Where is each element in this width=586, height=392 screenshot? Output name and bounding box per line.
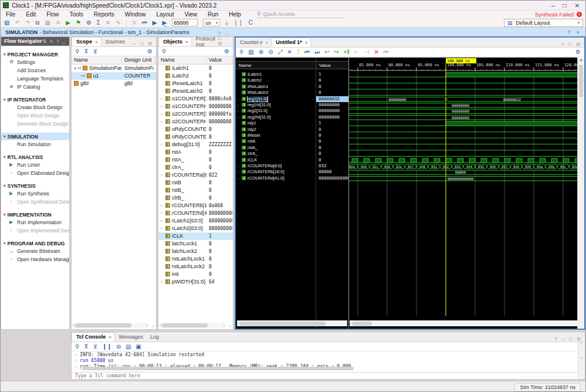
objects-scroll-caret[interactable]: ⌄ <box>228 323 232 328</box>
expand-icon[interactable]: › <box>161 217 165 225</box>
scope-row[interactable]: glblglbl <box>72 80 156 87</box>
expand-icon[interactable]: › <box>161 278 165 286</box>
column-header-name[interactable]: Name <box>158 56 206 64</box>
column-header-design-unit[interactable]: Design Unit <box>122 56 155 64</box>
menu-help[interactable]: Help <box>223 11 246 18</box>
scope-hscrollbar[interactable]: ‹› <box>73 323 148 328</box>
flow-navigator-header-icons[interactable]: ⇅ ¤ ? _ <box>42 37 66 46</box>
object-row[interactable]: ›rLatch1[63:0]0000000000000000 <box>158 217 233 225</box>
close-wave-icon[interactable]: ✕ <box>374 49 378 55</box>
pause-icon[interactable]: ❙❙ <box>233 19 243 27</box>
wave-signal-name[interactable]: ›rCOUNTERd[41:0] <box>236 175 316 181</box>
tab-sources[interactable]: Sources <box>101 37 128 46</box>
tcl-hscrollbar[interactable]: ‹ <box>80 366 573 371</box>
wave-vscrollbar[interactable]: ▲ <box>577 58 584 329</box>
pause-output-icon[interactable]: ❙❙ <box>102 343 112 350</box>
flow-item-generate-bitstream[interactable]: ⚋Generate Bitstream <box>1 247 69 255</box>
expand-icon[interactable]: › <box>161 202 165 209</box>
gear-icon[interactable]: ⚙ <box>575 49 581 55</box>
wave-signal-name[interactable]: ›reg1hi[31:0] <box>236 102 316 108</box>
swap-right-icon[interactable]: ↪ <box>334 49 338 55</box>
object-row[interactable]: oRdyCOUNTER0 <box>158 126 233 133</box>
sim-reset-icon[interactable]: ⤫ <box>132 19 137 27</box>
close-tab-icon[interactable]: × <box>305 40 308 45</box>
zoom-fit-icon[interactable]: ⤢ <box>278 49 283 56</box>
flow-section-synthesis[interactable]: ▾SYNTHESIS <box>1 182 69 190</box>
run-icon[interactable]: ▶ <box>66 19 70 27</box>
objects-hscrollbar[interactable]: ‹› <box>160 323 225 328</box>
object-row[interactable]: iLatch20 <box>158 72 233 80</box>
wave-signal-name[interactable]: rdy2 <box>236 127 316 133</box>
wave-signal-name[interactable]: ›reg2[31:0] <box>236 108 316 114</box>
copy-icon[interactable]: ⧉ <box>117 343 121 350</box>
tab-scope[interactable]: Scope× <box>72 37 101 46</box>
maximize-icon[interactable]: □ <box>563 2 567 9</box>
delete-icon[interactable]: ✕ <box>56 19 60 27</box>
close-tab-icon[interactable]: × <box>266 40 269 45</box>
flow-item-run-linter[interactable]: ▶Run Linter <box>1 161 69 169</box>
paste-icon[interactable]: ▦ <box>45 19 50 27</box>
menu-file[interactable]: File <box>1 11 21 18</box>
object-row[interactable]: iResetLatch20 <box>158 87 233 95</box>
expand-icon[interactable]: › <box>238 96 242 102</box>
flow-item-run-simulation[interactable]: Run Simulation <box>1 140 69 148</box>
flow-section-rtl-analysis[interactable]: ▾RTL ANALYSIS <box>1 153 69 161</box>
object-row[interactable]: ›o2COUNTER[31:0]000000fa <box>158 110 233 118</box>
tcl-command-input[interactable] <box>72 372 578 379</box>
expand-icon[interactable]: › <box>238 114 242 120</box>
object-row[interactable]: rstLatchLock10 <box>158 255 233 263</box>
flow-section-project-manager[interactable]: ▾PROJECT MANAGER <box>1 50 69 58</box>
object-row[interactable]: iCLK1 <box>158 232 233 240</box>
flow-section-implementation[interactable]: ▾IMPLEMENTATION <box>1 211 69 218</box>
expand-all-icon[interactable]: ⊻ <box>93 48 97 55</box>
menu-tools[interactable]: Tools <box>64 11 88 18</box>
run-all-icon[interactable]: ▶ <box>153 19 157 27</box>
tab-messages[interactable]: Messages <box>115 332 146 342</box>
object-row[interactable]: ›rCOUNTERa[8:0]022 <box>158 171 233 179</box>
menu-run[interactable]: Run <box>202 11 223 18</box>
expand-icon[interactable]: › <box>161 118 165 126</box>
wave-signal-name[interactable]: clrA_ <box>236 151 316 157</box>
tab-untitled-1-[interactable]: Untitled 1*× <box>271 38 311 47</box>
step-icon[interactable]: ⤓ <box>225 19 228 27</box>
wave-signal-name[interactable]: iCLK <box>236 157 316 163</box>
column-header-name[interactable]: Name <box>72 56 122 64</box>
flow-item-run-implementation[interactable]: ▶Run Implementation <box>1 218 69 227</box>
wave-canvas[interactable]: 85.000 ns90.000 ns95.000 ns100.000 ns105… <box>349 58 578 329</box>
console-line-marker-icon[interactable]: ◌ <box>72 364 80 370</box>
gear-icon[interactable]: ⚙ <box>224 48 229 55</box>
collapse-all-icon[interactable]: ⊼ <box>84 48 88 55</box>
tcl-vscrollbar[interactable]: ⌃⌄ <box>578 342 585 379</box>
swap-left-icon[interactable]: ↩ <box>324 49 329 55</box>
tab-counter-v[interactable]: Counter.v× <box>236 38 271 47</box>
tab-tcl-console[interactable]: Tcl Console× <box>72 332 115 342</box>
zoom-in-icon[interactable]: ⊕ <box>259 49 263 55</box>
search-icon[interactable]: ⚲ <box>162 48 166 55</box>
expand-icon[interactable]: › <box>238 169 242 175</box>
restart-sim-icon[interactable]: ⏮ <box>142 19 147 27</box>
wave-canvas-hscrollbar[interactable]: ‹ <box>350 320 578 326</box>
panel-window-controls[interactable]: ? – □ ⊡ <box>218 31 233 46</box>
undo-icon[interactable]: ↶ <box>15 19 19 27</box>
wave-signal-name[interactable]: ›rCOUNTERa[8:0] <box>236 163 316 169</box>
wave-signal-name[interactable]: rstA <box>236 138 316 144</box>
next-transition-icon[interactable]: ⏭ <box>314 49 320 56</box>
search-icon[interactable]: ⚲ <box>75 343 79 350</box>
expand-icon[interactable]: › <box>161 95 165 103</box>
menu-flow[interactable]: Flow <box>41 11 64 18</box>
menu-reports[interactable]: Reports <box>89 11 120 18</box>
object-row[interactable]: ›rLatch2[63:0]0000000000000000 <box>158 225 233 232</box>
program-flag-icon[interactable]: ⚑ <box>76 19 81 27</box>
expand-icon[interactable]: › <box>161 209 165 217</box>
zoom-out-icon[interactable]: ⊖ <box>268 49 273 55</box>
marker-prev-icon[interactable]: ⊢ <box>354 49 360 55</box>
flow-item-add-sources[interactable]: Add Sources <box>1 66 69 75</box>
wave-signal-name[interactable]: iLatch2 <box>236 77 316 83</box>
object-row[interactable]: ›debug[31:0]ZZZZZZZZ <box>158 141 233 148</box>
menu-layout[interactable]: Layout <box>151 11 179 18</box>
expand-icon[interactable]: › <box>238 102 242 108</box>
wave-signal-name[interactable]: iLatch1 <box>236 72 316 77</box>
save-icon[interactable]: ▧ <box>4 19 9 27</box>
object-row[interactable]: clrA_0 <box>158 164 233 171</box>
scope-row[interactable]: ⇨u1COUNTER <box>72 72 156 80</box>
